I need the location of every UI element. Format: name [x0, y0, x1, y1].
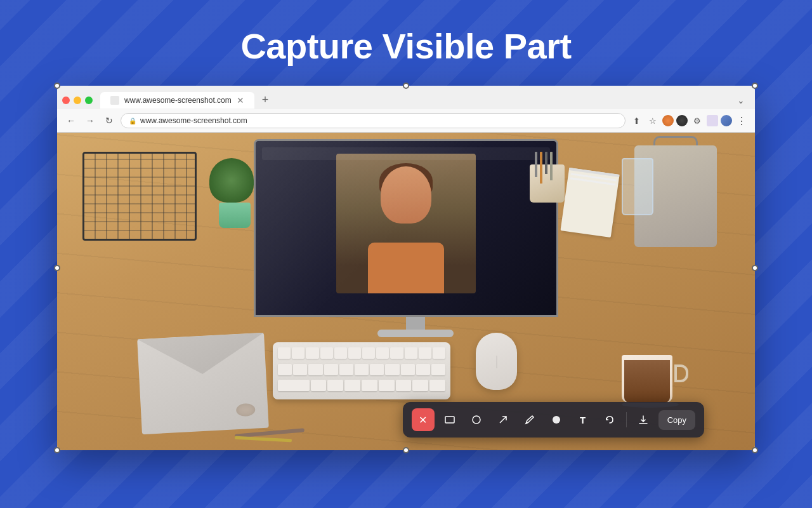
- pencils-desk: [235, 431, 311, 444]
- browser-chrome: www.awesome-screenshot.com ✕ + ⌄ ← → ↻ 🔒…: [57, 86, 755, 133]
- handle-bc[interactable]: [403, 447, 409, 453]
- handle-bl[interactable]: [54, 447, 60, 453]
- key: [327, 380, 343, 391]
- handle-tl[interactable]: [54, 83, 60, 89]
- key: [278, 347, 291, 359]
- profile-icon[interactable]: [721, 115, 732, 126]
- key: [320, 347, 333, 359]
- ext-icon-4[interactable]: [707, 115, 718, 126]
- handle-br[interactable]: [752, 447, 758, 453]
- circle-icon: [471, 414, 482, 425]
- key: [370, 364, 384, 375]
- ext-icon-3[interactable]: ⚙: [690, 114, 704, 128]
- keyboard-row-3: [278, 380, 445, 394]
- arrow-tool-button[interactable]: [492, 408, 514, 431]
- key: [416, 364, 430, 375]
- ext-icon-2[interactable]: [676, 115, 688, 126]
- key: [339, 364, 353, 375]
- copy-button[interactable]: Copy: [658, 410, 695, 430]
- tab-close-button[interactable]: ✕: [237, 96, 244, 105]
- handle-tr[interactable]: [752, 83, 758, 89]
- plant-leaves: [209, 158, 254, 203]
- menu-icon[interactable]: ⋮: [735, 114, 749, 128]
- circle-tool-button[interactable]: [465, 408, 488, 431]
- key: [362, 380, 377, 391]
- handle-tc[interactable]: [403, 83, 409, 89]
- pencil-3: [545, 152, 547, 174]
- rectangle-tool-button[interactable]: [438, 408, 461, 431]
- browser-tab-bar: www.awesome-screenshot.com ✕ + ⌄: [57, 86, 755, 109]
- key: [412, 380, 428, 391]
- new-tab-button[interactable]: +: [257, 91, 274, 109]
- traffic-light-green[interactable]: [85, 97, 93, 104]
- arrow-icon: [497, 414, 509, 425]
- download-button[interactable]: [632, 408, 655, 431]
- key: [344, 380, 360, 391]
- key: [293, 364, 307, 375]
- monitor-screen-inner: [256, 141, 556, 315]
- browser-toolbar: ← → ↻ 🔒 www.awesome-screenshot.com ⬆ ☆ ⚙: [57, 109, 755, 132]
- key: [405, 347, 417, 359]
- browser-tab[interactable]: www.awesome-screenshot.com ✕: [100, 92, 254, 109]
- traffic-light-yellow[interactable]: [74, 97, 81, 104]
- monitor-stand-neck: [406, 317, 425, 330]
- pen-icon: [524, 414, 535, 425]
- pencil-desk-2: [235, 436, 292, 443]
- keyboard: [273, 342, 450, 399]
- text-tool-button[interactable]: T: [572, 408, 594, 431]
- pencil-4: [550, 152, 553, 180]
- screen-reflection: [256, 141, 556, 315]
- glass: [622, 158, 653, 222]
- monitor-stand-base: [377, 330, 454, 337]
- wire-basket: [82, 152, 197, 253]
- envelope-flap: [137, 333, 266, 377]
- svg-rect-0: [445, 417, 454, 423]
- handle-ml[interactable]: [54, 265, 60, 271]
- handle-mr[interactable]: [752, 265, 758, 271]
- refresh-button[interactable]: ↻: [102, 113, 117, 128]
- key: [306, 347, 318, 359]
- svg-point-4: [553, 416, 560, 424]
- envelope: [137, 333, 269, 434]
- tab-label: www.awesome-screenshot.com: [124, 96, 232, 105]
- rectangle-icon: [444, 414, 455, 425]
- key: [376, 347, 389, 359]
- close-tool-button[interactable]: ✕: [412, 408, 435, 431]
- tab-expand-button[interactable]: ⌄: [737, 95, 750, 105]
- pencil-2: [540, 152, 542, 184]
- forward-button[interactable]: →: [82, 113, 98, 128]
- desk-scene: ✕: [57, 133, 755, 450]
- glass-body: [622, 158, 653, 215]
- bookmark-icon[interactable]: ☆: [646, 114, 660, 128]
- share-icon[interactable]: ⬆: [629, 114, 643, 128]
- browser-toolbar-icons: ⬆ ☆ ⚙ ⋮: [629, 114, 749, 128]
- annotation-toolbar: ✕: [403, 402, 704, 438]
- back-button[interactable]: ←: [63, 113, 79, 128]
- pencil-1: [535, 152, 537, 177]
- plant: [209, 158, 260, 228]
- pen-tool-button[interactable]: [518, 408, 541, 431]
- keyboard-row-1: [278, 347, 445, 362]
- url-bar[interactable]: 🔒 www.awesome-screenshot.com: [121, 113, 625, 128]
- key: [324, 364, 338, 375]
- key: [390, 347, 403, 359]
- keyboard-row-2: [278, 364, 445, 378]
- traffic-light-red[interactable]: [62, 97, 70, 104]
- url-text: www.awesome-screenshot.com: [140, 116, 247, 125]
- key: [419, 347, 431, 359]
- wire-basket-body: [82, 152, 197, 241]
- capture-region: www.awesome-screenshot.com ✕ + ⌄ ← → ↻ 🔒…: [57, 86, 755, 450]
- fill-tool-button[interactable]: [545, 408, 568, 431]
- key: [308, 364, 322, 375]
- key: [292, 347, 304, 359]
- cup-handle: [674, 364, 688, 382]
- mouse: [476, 333, 517, 390]
- envelope-button: [236, 403, 256, 417]
- traffic-lights: [62, 97, 93, 104]
- key: [401, 364, 415, 375]
- notebook: [560, 168, 619, 237]
- pencil-sticks: [535, 152, 553, 184]
- undo-button[interactable]: [598, 408, 621, 431]
- ext-icon-1[interactable]: [662, 115, 674, 126]
- cup-body: [622, 355, 672, 403]
